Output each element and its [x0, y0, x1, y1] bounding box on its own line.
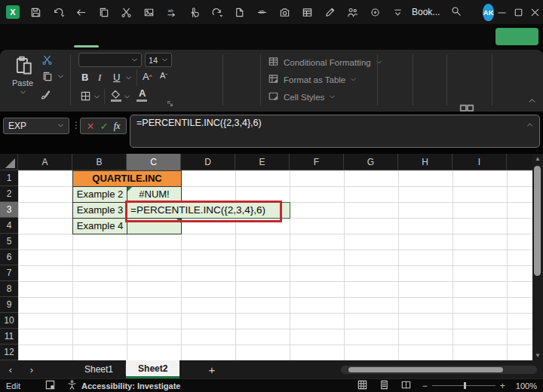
accessibility-status[interactable]: Accessibility: Investigate: [66, 379, 180, 392]
people-icon[interactable]: [345, 5, 359, 19]
fill-color-icon[interactable]: [110, 89, 121, 100]
name-box[interactable]: EXP: [3, 118, 69, 134]
cell-styles-button[interactable]: Cell Styles: [268, 90, 336, 103]
normal-view-icon[interactable]: [357, 379, 368, 392]
add-sheet-button[interactable]: +: [208, 363, 215, 376]
previous-sheet-icon[interactable]: ‹: [0, 364, 21, 375]
scroll-down-icon[interactable]: ▼: [535, 352, 541, 359]
shrink-font-button[interactable]: Aˇ: [160, 71, 167, 80]
search-icon[interactable]: [450, 5, 462, 20]
macro-record-icon[interactable]: [44, 379, 56, 392]
column-header-B[interactable]: B: [72, 154, 127, 170]
column-header-G[interactable]: G: [344, 154, 398, 170]
back-arrow-icon[interactable]: [74, 5, 87, 19]
format-as-table-button[interactable]: Format as Table: [268, 73, 357, 86]
record-icon[interactable]: [368, 5, 382, 19]
font-size-combo[interactable]: 14: [145, 53, 172, 67]
underline-dropdown-icon[interactable]: [125, 75, 132, 81]
column-header-H[interactable]: H: [398, 154, 452, 170]
touch-icon[interactable]: [187, 5, 201, 19]
maximize-button[interactable]: [511, 0, 527, 24]
row-header-5[interactable]: 5: [0, 234, 18, 250]
column-header-A[interactable]: A: [18, 154, 72, 170]
zoom-out-icon[interactable]: −: [422, 381, 428, 391]
row-header-3[interactable]: 3: [0, 202, 18, 218]
avatar[interactable]: AK: [483, 4, 494, 21]
formula-input[interactable]: =PERCENTILE.INC({2,3,4},6): [130, 115, 540, 148]
row-header-10[interactable]: 10: [0, 313, 18, 329]
table-grid-icon[interactable]: [300, 5, 314, 19]
paste-button[interactable]: [14, 56, 33, 75]
cell-B4[interactable]: Example 4: [72, 218, 127, 234]
format-painter-icon[interactable]: [40, 89, 51, 100]
horizontal-scrollbar-thumb[interactable]: [348, 367, 503, 372]
row-header-2[interactable]: 2: [0, 186, 18, 202]
italic-button[interactable]: I: [98, 72, 101, 84]
font-color-button[interactable]: A: [139, 87, 146, 99]
cell-B3[interactable]: Example 3: [72, 202, 127, 219]
copy-dropdown-icon[interactable]: [57, 73, 64, 80]
scroll-up-icon[interactable]: ▲: [535, 155, 541, 162]
replace-icon[interactable]: ab: [164, 5, 178, 19]
close-button[interactable]: [526, 0, 543, 24]
cell-B1-title[interactable]: QUARTILE.INC: [72, 170, 182, 187]
strikethrough-icon[interactable]: ab: [255, 5, 268, 19]
ribbon-options-icon[interactable]: [391, 5, 404, 19]
select-all-corner[interactable]: [0, 154, 18, 170]
draw-icon[interactable]: [323, 5, 336, 19]
cut-icon[interactable]: [119, 5, 133, 19]
row-header-6[interactable]: 6: [0, 250, 18, 265]
copy-icon[interactable]: [97, 5, 110, 19]
sheet-tab-Sheet2[interactable]: Sheet2: [126, 360, 179, 378]
underline-button[interactable]: U: [113, 72, 120, 83]
font-name-combo[interactable]: [78, 53, 142, 67]
vertical-scrollbar-thumb[interactable]: [534, 166, 541, 276]
column-header-E[interactable]: E: [235, 154, 290, 170]
save-icon[interactable]: [29, 5, 42, 19]
cancel-icon[interactable]: ✕: [87, 121, 95, 132]
image-icon[interactable]: [142, 5, 155, 19]
insert-function-icon[interactable]: fx: [114, 121, 121, 132]
collapse-ribbon-icon[interactable]: [528, 96, 536, 105]
column-header-I[interactable]: I: [452, 154, 507, 170]
sheet-cells[interactable]: QUARTILE.INC Example 2 #NUM! Example 3 =…: [18, 170, 532, 360]
horizontal-scrollbar[interactable]: [341, 366, 537, 374]
column-header-C[interactable]: C: [127, 154, 181, 170]
copy-icon[interactable]: [41, 71, 53, 82]
borders-dropdown-icon[interactable]: [94, 93, 100, 100]
next-sheet-icon[interactable]: ›: [21, 364, 42, 375]
column-header-D[interactable]: D: [181, 154, 235, 170]
vertical-scrollbar[interactable]: ▲ ▼: [532, 154, 543, 360]
row-header-12[interactable]: 12: [0, 345, 18, 360]
cell-B2[interactable]: Example 2: [72, 186, 127, 203]
paste-dropdown-icon[interactable]: [20, 89, 26, 96]
cut-icon[interactable]: [41, 54, 53, 66]
row-header-8[interactable]: 8: [0, 281, 18, 297]
collapse-formula-bar-icon[interactable]: [526, 120, 533, 130]
enter-icon[interactable]: ✓: [100, 121, 109, 132]
page-layout-view-icon[interactable]: [379, 379, 390, 392]
conditional-formatting-button[interactable]: Conditional Formatting: [268, 56, 382, 69]
zoom-slider[interactable]: − +: [422, 381, 505, 391]
share-button[interactable]: [495, 28, 538, 45]
row-header-9[interactable]: 9: [0, 297, 18, 313]
redo-icon[interactable]: [210, 5, 223, 19]
row-header-1[interactable]: 1: [0, 170, 18, 186]
camera-icon[interactable]: [278, 5, 291, 19]
row-header-11[interactable]: 11: [0, 329, 18, 345]
fill-color-dropdown-icon[interactable]: [124, 93, 130, 100]
undo-icon[interactable]: [51, 5, 65, 19]
borders-icon[interactable]: [80, 90, 91, 102]
new-file-icon[interactable]: [232, 5, 246, 19]
sheet-tab-Sheet1[interactable]: Sheet1: [72, 360, 125, 378]
grow-font-button[interactable]: A^: [143, 71, 152, 82]
column-header-F[interactable]: F: [290, 154, 344, 170]
minimize-button[interactable]: [494, 0, 511, 24]
page-break-view-icon[interactable]: [400, 379, 412, 392]
row-header-7[interactable]: 7: [0, 265, 18, 281]
zoom-slider-handle[interactable]: [464, 382, 466, 389]
zoom-in-icon[interactable]: +: [500, 381, 505, 391]
row-header-4[interactable]: 4: [0, 218, 18, 234]
zoom-level[interactable]: 100%: [516, 381, 537, 390]
bold-button[interactable]: B: [81, 72, 88, 83]
